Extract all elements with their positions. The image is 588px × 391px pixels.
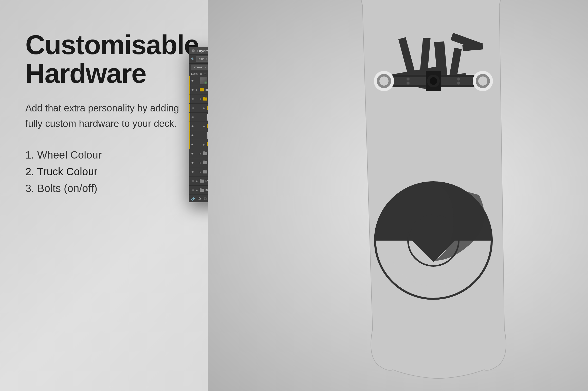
eye-icon-9[interactable]: 👁: [190, 151, 195, 156]
eye-icon-10[interactable]: 👁: [190, 160, 195, 165]
folder-icon-12: [199, 179, 204, 183]
arrow-icon-2[interactable]: ▶: [195, 88, 199, 92]
lock-label: Lock:: [191, 72, 198, 75]
folder-icon-3: [203, 97, 208, 101]
eye-icon-5[interactable]: 👁: [190, 115, 195, 120]
svg-point-18: [379, 76, 389, 86]
close-button[interactable]: ✕: [192, 49, 195, 52]
arrow-icon-6[interactable]: ▶: [202, 125, 206, 128]
left-panel: Customisable Hardware Add that extra per…: [25, 30, 182, 199]
eye-icon-4[interactable]: 👁: [190, 106, 195, 111]
eye-icon-12[interactable]: 👁: [190, 179, 195, 184]
svg-point-25: [407, 82, 410, 85]
folder-icon-13: [199, 188, 204, 192]
eye-icon-7[interactable]: 👁: [190, 133, 195, 138]
skateboard-area: [208, 0, 588, 391]
svg-point-22: [430, 77, 437, 85]
svg-point-23: [407, 77, 410, 81]
eye-icon-2[interactable]: 👁: [190, 87, 195, 92]
eye-icon-13[interactable]: 👁: [190, 188, 195, 193]
arrow-icon-9[interactable]: ▶: [199, 152, 202, 155]
lock-position-icon[interactable]: ✛: [204, 72, 206, 75]
arrow-icon-13[interactable]: ▶: [195, 188, 199, 192]
feature-list: 1. Wheel Colour 2. Truck Colour 3. Bolts…: [25, 149, 182, 194]
arrow-icon-12[interactable]: ▶: [195, 179, 199, 183]
panel-title: Layers: [197, 49, 209, 53]
arrow-icon-8[interactable]: ▶: [202, 143, 206, 146]
folder-icon-2: [199, 88, 204, 92]
eye-icon-3[interactable]: 👁: [190, 96, 195, 102]
eye-icon-8[interactable]: 👁: [190, 142, 195, 147]
link-layers-icon[interactable]: 🔗: [191, 197, 195, 201]
folder-icon-10: [203, 161, 208, 165]
arrow-icon-10[interactable]: ▶: [199, 161, 202, 165]
subtitle: Add that extra personality by adding ful…: [25, 101, 182, 131]
fx-icon[interactable]: fx: [198, 197, 201, 200]
arrow-icon-4[interactable]: ▶: [202, 106, 206, 110]
feature-item-2: 2. Truck Colour: [25, 166, 182, 178]
titlebar-left: ✕ Layers: [192, 49, 209, 53]
skateboard-svg: [299, 0, 588, 391]
feature-item-1: 1. Wheel Colour: [25, 149, 182, 161]
eye-icon-1[interactable]: 👁: [190, 78, 195, 83]
svg-point-19: [478, 76, 487, 86]
main-title: Customisable Hardware: [25, 30, 182, 88]
eye-icon-6[interactable]: 👁: [190, 124, 195, 129]
arrow-icon-3[interactable]: ▼: [199, 97, 202, 101]
folder-icon-9: [203, 152, 208, 155]
eye-icon-11[interactable]: 👁: [190, 169, 195, 174]
svg-point-24: [457, 77, 460, 81]
svg-point-26: [457, 82, 460, 85]
folder-icon-11: [203, 170, 208, 174]
arrow-icon-11[interactable]: ▶: [199, 170, 202, 174]
add-mask-icon[interactable]: □: [204, 197, 206, 201]
lock-pixel-icon[interactable]: ▦: [200, 72, 202, 75]
feature-item-3: 3. Bolts (on/off): [25, 182, 182, 194]
search-icon: 🔍: [191, 57, 195, 61]
